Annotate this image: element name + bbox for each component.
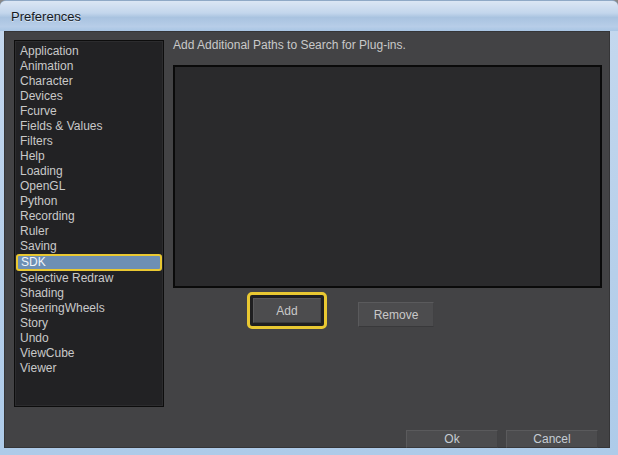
sidebar-item-label: Application: [20, 44, 79, 58]
sidebar-item-label: SDK: [21, 255, 46, 269]
sidebar-item-label: Fcurve: [20, 104, 57, 118]
sidebar-item-label: Help: [20, 149, 45, 163]
sidebar-item-ruler[interactable]: Ruler: [15, 224, 163, 239]
sidebar-item-animation[interactable]: Animation: [15, 59, 163, 74]
sidebar-item-label: SteeringWheels: [20, 301, 105, 315]
sidebar-item-label: Devices: [20, 89, 63, 103]
sidebar-item-label: OpenGL: [20, 179, 65, 193]
sidebar-item-label: Viewer: [20, 361, 56, 375]
plugin-paths-instruction: Add Additional Paths to Search for Plug-…: [173, 38, 406, 52]
sidebar-item-viewcube[interactable]: ViewCube: [15, 346, 163, 361]
add-button[interactable]: Add: [253, 298, 321, 323]
sidebar-item-application[interactable]: Application: [15, 44, 163, 59]
remove-button[interactable]: Remove: [358, 302, 434, 327]
sidebar-item-shading[interactable]: Shading: [15, 286, 163, 301]
sidebar-item-sdk[interactable]: SDK: [16, 254, 162, 271]
titlebar[interactable]: Preferences: [0, 1, 618, 31]
sidebar-item-label: Selective Redraw: [20, 271, 113, 285]
plugin-paths-list[interactable]: [173, 65, 602, 288]
window-title: Preferences: [11, 1, 81, 31]
sidebar-item-label: Character: [20, 74, 73, 88]
category-list[interactable]: ApplicationAnimationCharacterDevicesFcur…: [14, 40, 164, 407]
sidebar-item-label: Filters: [20, 134, 53, 148]
sidebar-item-label: Animation: [20, 59, 73, 73]
sidebar-item-viewer[interactable]: Viewer: [15, 361, 163, 376]
sidebar-item-undo[interactable]: Undo: [15, 331, 163, 346]
sidebar-item-devices[interactable]: Devices: [15, 89, 163, 104]
sidebar-item-help[interactable]: Help: [15, 149, 163, 164]
sidebar-item-steeringwheels[interactable]: SteeringWheels: [15, 301, 163, 316]
ok-button[interactable]: Ok: [406, 430, 498, 448]
sidebar-item-label: Python: [20, 194, 57, 208]
sidebar-item-character[interactable]: Character: [15, 74, 163, 89]
cancel-button[interactable]: Cancel: [506, 430, 598, 448]
sidebar-item-label: Shading: [20, 286, 64, 300]
sidebar-item-fcurve[interactable]: Fcurve: [15, 104, 163, 119]
preferences-dialog: Preferences ApplicationAnimationCharacte…: [0, 0, 618, 455]
sidebar-item-label: Fields & Values: [20, 119, 102, 133]
sidebar-item-label: Story: [20, 316, 48, 330]
sidebar-item-label: Ruler: [20, 224, 49, 238]
sidebar-item-story[interactable]: Story: [15, 316, 163, 331]
sidebar-item-label: ViewCube: [20, 346, 74, 360]
sidebar-item-label: Loading: [20, 164, 63, 178]
sidebar-item-opengl[interactable]: OpenGL: [15, 179, 163, 194]
sidebar-item-filters[interactable]: Filters: [15, 134, 163, 149]
sidebar-item-label: Saving: [20, 239, 57, 253]
sidebar-item-selective-redraw[interactable]: Selective Redraw: [15, 271, 163, 286]
add-button-highlight: Add: [247, 292, 327, 329]
sidebar-item-recording[interactable]: Recording: [15, 209, 163, 224]
dialog-content: ApplicationAnimationCharacterDevicesFcur…: [4, 31, 610, 448]
sidebar-item-label: Recording: [20, 209, 75, 223]
sidebar-item-python[interactable]: Python: [15, 194, 163, 209]
sidebar-item-label: Undo: [20, 331, 49, 345]
sidebar-item-loading[interactable]: Loading: [15, 164, 163, 179]
sidebar-item-fields-values[interactable]: Fields & Values: [15, 119, 163, 134]
sidebar-item-saving[interactable]: Saving: [15, 239, 163, 254]
